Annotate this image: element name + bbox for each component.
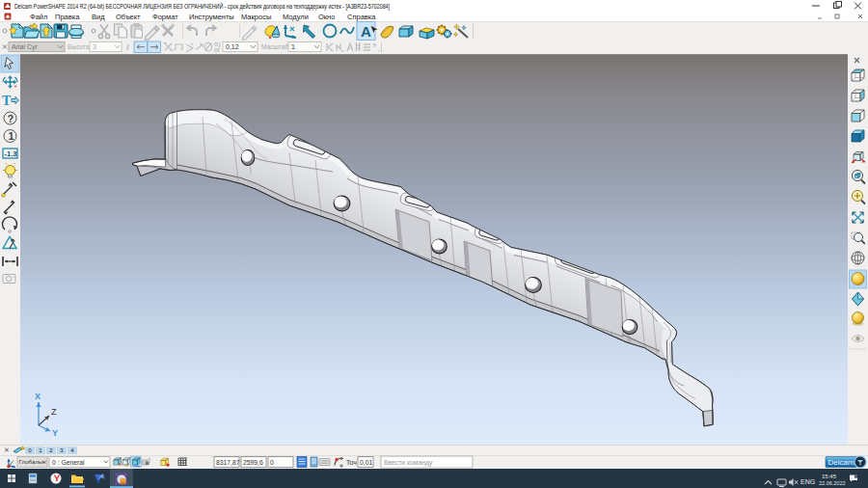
svg-text:0,12: 0,12 bbox=[226, 43, 239, 50]
svg-text:Масштаб: Масштаб bbox=[261, 43, 288, 50]
svg-text:A: A bbox=[361, 23, 371, 40]
svg-text:Delcam: Delcam bbox=[828, 458, 854, 467]
svg-text:Z: Z bbox=[51, 407, 57, 417]
svg-text:ENG: ENG bbox=[800, 478, 815, 485]
svg-text:Arial Cyr: Arial Cyr bbox=[12, 43, 39, 51]
svg-text:1: 1 bbox=[9, 130, 14, 142]
svg-text:0,01: 0,01 bbox=[360, 459, 372, 466]
svg-text:15:45: 15:45 bbox=[822, 474, 837, 479]
svg-text:3: 3 bbox=[93, 43, 96, 50]
svg-text:Y: Y bbox=[52, 428, 58, 438]
svg-text:?: ? bbox=[8, 113, 14, 124]
svg-text:Точ: Точ bbox=[346, 459, 357, 466]
svg-text:2599,6: 2599,6 bbox=[243, 459, 263, 466]
svg-text:Высота: Высота bbox=[68, 43, 90, 50]
svg-text:I: I bbox=[126, 42, 129, 52]
svg-text:8317,87: 8317,87 bbox=[216, 459, 240, 466]
svg-text:T: T bbox=[2, 94, 12, 108]
svg-text:1: 1 bbox=[291, 43, 295, 50]
svg-text:Ввести команду: Ввести команду bbox=[384, 459, 433, 467]
svg-text:0 : General: 0 : General bbox=[52, 459, 85, 466]
svg-text:-1.3: -1.3 bbox=[5, 149, 17, 158]
svg-text:X: X bbox=[35, 392, 41, 401]
svg-text:22.06.2022: 22.06.2022 bbox=[819, 480, 846, 486]
svg-text:0: 0 bbox=[270, 459, 274, 466]
